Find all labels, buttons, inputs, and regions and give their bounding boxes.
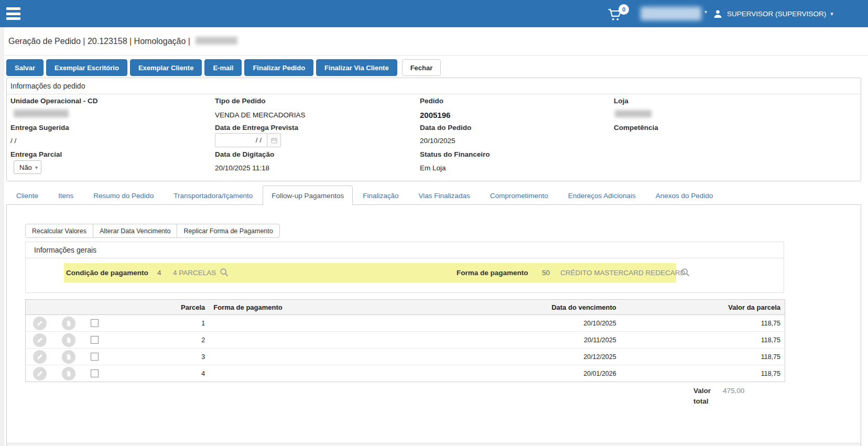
tab-itens[interactable]: Itens [48, 186, 83, 205]
cell-valor: 118,75 [621, 365, 785, 382]
edit-installment-button[interactable] [33, 333, 47, 347]
edit-installment-button[interactable] [33, 367, 47, 380]
user-menu[interactable]: SUPERVISOR (SUPERVISOR) ▾ [713, 7, 833, 20]
tab-follow-up-pagamentos[interactable]: Follow-up Pagamentos [263, 186, 353, 205]
condicao-pagamento-description: 4 PARCELAS [173, 269, 216, 277]
finalizar-via-cliente-button[interactable]: Finalizar Via Cliente [316, 59, 397, 76]
order-generation-page: { "topbar": { "cart_badge": "0", "user_l… [0, 0, 868, 446]
edit-installment-button[interactable] [33, 350, 47, 364]
pencil-icon [36, 336, 44, 344]
calendar-picker-button[interactable] [267, 133, 281, 147]
tab-cliente[interactable]: Cliente [6, 186, 48, 205]
alterar-data-vencimento-button[interactable]: Alterar Data Vencimento [93, 224, 178, 238]
row-checkbox[interactable] [91, 369, 99, 377]
search-icon [219, 267, 229, 277]
informacoes-gerais-body: Condição de pagamento 4 4 PARCELAS Forma… [26, 258, 784, 293]
informacoes-adicionais-header: Informações adicionais [7, 443, 861, 446]
tab-comprometimento[interactable]: Comprometimento [480, 186, 558, 205]
document-icon [65, 370, 72, 377]
cell-parcela: 4 [106, 365, 209, 382]
forma-pagamento-search-button[interactable] [680, 267, 690, 277]
cell-vencimento: 20/01/2026 [440, 365, 621, 382]
salvar-button[interactable]: Salvar [6, 59, 44, 76]
document-icon [65, 336, 72, 344]
cell-valor: 118,75 [621, 315, 785, 332]
replicar-forma-pagamento-button[interactable]: Replicar Forma de Pagamento [177, 224, 279, 238]
table-row: 1 20/10/2025 118,75 [26, 315, 785, 332]
condicao-pagamento-search-button[interactable] [219, 267, 229, 277]
top-navigation-bar: 0 ▾ SUPERVISOR (SUPERVISOR) ▾ [0, 0, 868, 27]
status-financeiro-value: Em Loja [420, 164, 446, 172]
row-checkbox[interactable] [91, 319, 99, 327]
total-value: 475,00 [723, 386, 744, 407]
exemplar-cliente-button[interactable]: Exemplar Cliente [130, 59, 202, 76]
cell-forma [209, 365, 440, 382]
cell-forma [209, 315, 440, 332]
payment-condition-highlight-row: Condição de pagamento 4 4 PARCELAS Forma… [64, 263, 676, 282]
pencil-icon [36, 353, 44, 361]
cell-forma [209, 332, 440, 349]
data-entrega-prevista-label: Data de Entrega Prevista [215, 124, 298, 132]
chevron-down-icon: ▾ [704, 9, 707, 15]
total-label: Valor total [693, 386, 718, 407]
entrega-sugerida-label: Entrega Sugerida [10, 124, 69, 132]
page-left-gutter [0, 27, 4, 446]
search-icon [680, 267, 690, 277]
unidade-operacional-value-redacted [14, 110, 69, 117]
copy-installment-button[interactable] [62, 333, 75, 347]
entrega-parcial-label: Entrega Parcial [10, 150, 62, 158]
order-tabs: Cliente Itens Resumo do Pedido Transport… [6, 184, 861, 205]
tab-resumo-do-pedido[interactable]: Resumo do Pedido [83, 186, 164, 205]
tab-anexos-do-pedido[interactable]: Anexos do Pedido [646, 186, 723, 205]
row-checkbox[interactable] [91, 353, 99, 361]
finalizar-pedido-button[interactable]: Finalizar Pedido [244, 59, 313, 76]
entrega-parcial-selected: Não [19, 164, 32, 171]
cell-parcela: 1 [106, 315, 209, 332]
entrega-parcial-select[interactable]: Não ▾ [14, 160, 41, 174]
tab-finalizacao[interactable]: Finalização [353, 186, 408, 205]
order-info-panel: Informações do pedido Unidade Operaciona… [6, 78, 861, 181]
forma-pagamento-description: CRÉDITO MASTERCARD REDECARD [560, 269, 685, 277]
cart-count-badge: 0 [619, 4, 629, 15]
document-icon [65, 320, 72, 327]
hamburger-menu-icon[interactable] [6, 7, 20, 20]
header-parcela: Parcela [106, 300, 209, 315]
table-row: 2 20/11/2025 118,75 [26, 332, 785, 349]
copy-installment-button[interactable] [62, 317, 75, 330]
pencil-icon [36, 370, 44, 377]
cell-vencimento: 20/10/2025 [440, 315, 621, 332]
exemplar-escritorio-button[interactable]: Exemplar Escritório [46, 59, 127, 76]
copy-installment-button[interactable] [62, 350, 75, 364]
breadcrumb-bar: Geração de Pedido | 20.123158 | Homologa… [4, 27, 868, 56]
redacted-breadcrumb-value [196, 37, 237, 45]
header-forma-pagamento: Forma de pagamento [209, 300, 440, 315]
email-button[interactable]: E-mail [204, 59, 242, 76]
total-row: Valor total 475,00 [693, 386, 744, 407]
tab-transportadora-icamento[interactable]: Transportadora/Içamento [164, 186, 263, 205]
edit-installment-button[interactable] [33, 317, 47, 330]
forma-pagamento-label: Forma de pagamento [457, 269, 528, 277]
copy-installment-button[interactable] [62, 367, 75, 380]
cell-forma [209, 349, 440, 365]
recalcular-valores-button[interactable]: Recalcular Valores [25, 224, 93, 238]
forma-pagamento-code: 50 [542, 269, 550, 277]
followup-toolbar: Recalcular Valores Alterar Data Vencimen… [25, 224, 280, 238]
tab-vias-finalizadas[interactable]: Vias Finalizadas [409, 186, 480, 205]
fechar-button[interactable]: Fechar [402, 59, 441, 76]
tab-enderecos-adicionais[interactable]: Endereços Adicionais [558, 186, 646, 205]
competencia-label: Competência [614, 124, 658, 132]
redacted-company-name [641, 7, 701, 20]
table-row: 3 20/12/2025 118,75 [26, 349, 785, 365]
informacoes-gerais-panel: Informações gerais Condição de pagamento… [25, 242, 784, 293]
cell-vencimento: 20/12/2025 [440, 349, 621, 365]
pencil-icon [36, 320, 44, 327]
cell-parcela: 2 [106, 332, 209, 349]
status-financeiro-label: Status do Financeiro [420, 150, 490, 158]
row-checkbox[interactable] [91, 336, 99, 344]
cart-button[interactable]: 0 [607, 5, 631, 24]
loja-label: Loja [614, 97, 628, 105]
data-digitacao-label: Data de Digitação [215, 150, 274, 158]
table-header-row: Parcela Forma de pagamento Data do venci… [26, 300, 785, 315]
informacoes-gerais-title: Informações gerais [26, 242, 784, 258]
data-entrega-prevista-input[interactable]: / / [215, 133, 267, 147]
